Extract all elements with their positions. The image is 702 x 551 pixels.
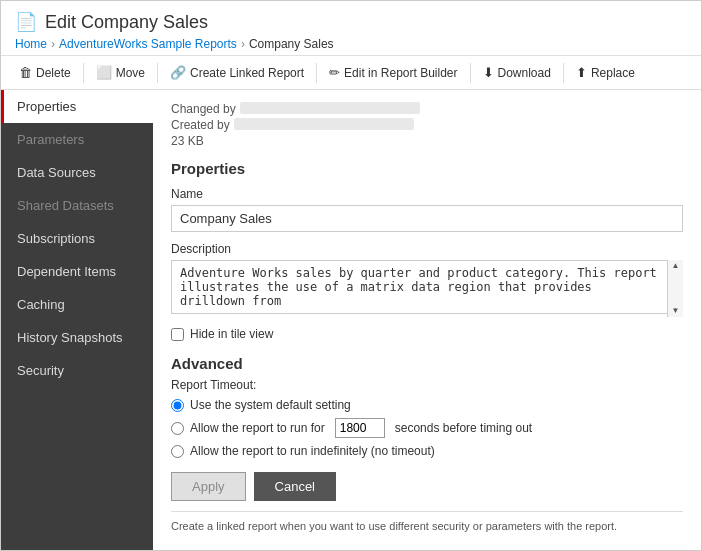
report-icon: 📄 (15, 11, 37, 33)
apply-button[interactable]: Apply (171, 472, 246, 501)
download-icon: ⬇ (483, 65, 494, 80)
sidebar-item-security[interactable]: Security (1, 354, 153, 387)
name-label: Name (171, 187, 683, 201)
sidebar-item-subscriptions[interactable]: Subscriptions (1, 222, 153, 255)
description-wrapper: Adventure Works sales by quarter and pro… (171, 260, 683, 317)
sidebar-item-parameters: Parameters (1, 123, 153, 156)
toolbar-sep5 (563, 63, 564, 83)
toolbar-sep1 (83, 63, 84, 83)
radio-custom-row: Allow the report to run for seconds befo… (171, 418, 683, 438)
changed-by-value (240, 102, 420, 114)
breadcrumb-section[interactable]: AdventureWorks Sample Reports (59, 37, 237, 51)
scroll-up-icon[interactable]: ▲ (672, 262, 680, 270)
edit-builder-button[interactable]: ✏ Edit in Report Builder (319, 60, 467, 85)
radio-indefinite-row: Allow the report to run indefinitely (no… (171, 444, 683, 458)
created-by-row: Created by (171, 118, 683, 132)
sidebar: Properties Parameters Data Sources Share… (1, 90, 153, 550)
button-row: Apply Cancel (171, 472, 683, 501)
page-title: 📄 Edit Company Sales (15, 11, 687, 33)
content-area: Changed by Created by 23 KB Properties N… (153, 90, 701, 550)
download-button[interactable]: ⬇ Download (473, 60, 561, 85)
sidebar-item-shared-datasets: Shared Datasets (1, 189, 153, 222)
created-by-value (234, 118, 414, 130)
move-button[interactable]: ⬜ Move (86, 60, 155, 85)
delete-icon: 🗑 (19, 65, 32, 80)
toolbar: 🗑 Delete ⬜ Move 🔗 Create Linked Report ✏… (1, 56, 701, 90)
radio-system-row: Use the system default setting (171, 398, 683, 412)
delete-button[interactable]: 🗑 Delete (9, 60, 81, 85)
sidebar-item-caching[interactable]: Caching (1, 288, 153, 321)
sidebar-item-history-snapshots[interactable]: History Snapshots (1, 321, 153, 354)
breadcrumb: Home › AdventureWorks Sample Reports › C… (15, 37, 687, 51)
breadcrumb-home[interactable]: Home (15, 37, 47, 51)
radio-system[interactable] (171, 399, 184, 412)
hide-tile-checkbox[interactable] (171, 328, 184, 341)
sidebar-item-data-sources[interactable]: Data Sources (1, 156, 153, 189)
description-label: Description (171, 242, 683, 256)
cancel-button[interactable]: Cancel (254, 472, 336, 501)
radio-indefinite[interactable] (171, 445, 184, 458)
changed-by-row: Changed by (171, 102, 683, 116)
timeout-value-input[interactable] (335, 418, 385, 438)
timeout-label: Report Timeout: (171, 378, 683, 392)
file-size: 23 KB (171, 134, 683, 148)
sidebar-item-properties[interactable]: Properties (1, 90, 153, 123)
main-area: Properties Parameters Data Sources Share… (1, 90, 701, 550)
radio-custom[interactable] (171, 422, 184, 435)
advanced-section-title: Advanced (171, 355, 683, 372)
breadcrumb-sep2: › (241, 37, 245, 51)
toolbar-sep2 (157, 63, 158, 83)
description-field[interactable]: Adventure Works sales by quarter and pro… (171, 260, 683, 314)
breadcrumb-current: Company Sales (249, 37, 334, 51)
sidebar-item-dependent-items[interactable]: Dependent Items (1, 255, 153, 288)
move-icon: ⬜ (96, 65, 112, 80)
name-field[interactable] (171, 205, 683, 232)
edit-icon: ✏ (329, 65, 340, 80)
toolbar-sep3 (316, 63, 317, 83)
textarea-scrollbar[interactable]: ▲ ▼ (667, 260, 683, 317)
hide-tile-row: Hide in tile view (171, 327, 683, 341)
footer-note: Create a linked report when you want to … (171, 511, 683, 532)
scroll-down-icon[interactable]: ▼ (672, 307, 680, 315)
breadcrumb-sep1: › (51, 37, 55, 51)
toolbar-sep4 (470, 63, 471, 83)
replace-button[interactable]: ⬆ Replace (566, 60, 645, 85)
create-linked-button[interactable]: 🔗 Create Linked Report (160, 60, 314, 85)
replace-icon: ⬆ (576, 65, 587, 80)
link-icon: 🔗 (170, 65, 186, 80)
meta-info: Changed by Created by 23 KB (171, 102, 683, 148)
properties-section-title: Properties (171, 160, 683, 177)
header: 📄 Edit Company Sales Home › AdventureWor… (1, 1, 701, 56)
